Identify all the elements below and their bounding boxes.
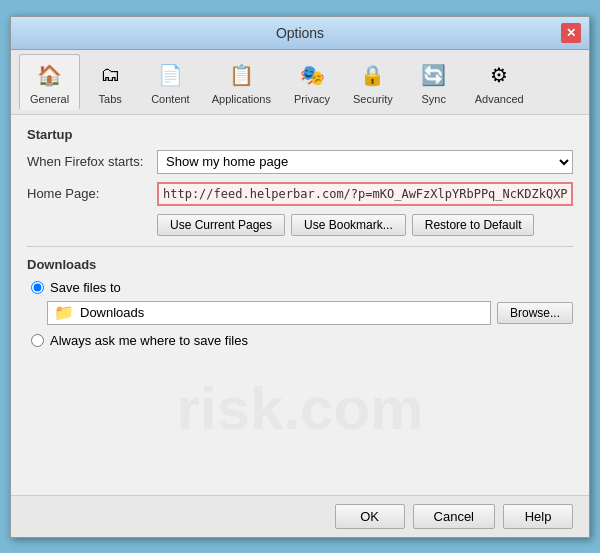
applications-icon: 📋 xyxy=(225,59,257,91)
footer: OK Cancel Help xyxy=(11,495,589,537)
advanced-icon: ⚙ xyxy=(483,59,515,91)
content-icon: 📄 xyxy=(154,59,186,91)
when-starts-label: When Firefox starts: xyxy=(27,154,157,169)
tab-general[interactable]: 🏠 General xyxy=(19,54,80,110)
tab-applications-label: Applications xyxy=(212,93,271,105)
download-path-row: 📁 Downloads Browse... xyxy=(47,301,573,325)
watermark-area: risk.com xyxy=(27,354,573,474)
download-path-text: Downloads xyxy=(80,305,144,320)
ok-button[interactable]: OK xyxy=(335,504,405,529)
use-bookmark-button[interactable]: Use Bookmark... xyxy=(291,214,406,236)
tab-sync[interactable]: 🔄 Sync xyxy=(404,54,464,110)
content-area: Startup When Firefox starts: Show my hom… xyxy=(11,115,589,495)
options-window: Options ✕ 🏠 General 🗂 Tabs 📄 Content 📋 A… xyxy=(10,16,590,538)
tabs-toolbar: 🏠 General 🗂 Tabs 📄 Content 📋 Application… xyxy=(11,50,589,115)
tab-advanced[interactable]: ⚙ Advanced xyxy=(464,54,535,110)
tab-sync-label: Sync xyxy=(422,93,446,105)
startup-section-title: Startup xyxy=(27,127,573,142)
save-files-label: Save files to xyxy=(50,280,121,295)
tab-applications[interactable]: 📋 Applications xyxy=(201,54,282,110)
homepage-buttons: Use Current Pages Use Bookmark... Restor… xyxy=(157,214,573,236)
watermark-text: risk.com xyxy=(177,374,424,443)
save-files-row: Save files to xyxy=(31,280,573,295)
close-button[interactable]: ✕ xyxy=(561,23,581,43)
cancel-button[interactable]: Cancel xyxy=(413,504,495,529)
general-icon: 🏠 xyxy=(34,59,66,91)
tab-security-label: Security xyxy=(353,93,393,105)
tab-tabs-label: Tabs xyxy=(99,93,122,105)
browse-button[interactable]: Browse... xyxy=(497,302,573,324)
home-page-input[interactable] xyxy=(157,182,573,206)
tab-content[interactable]: 📄 Content xyxy=(140,54,201,110)
save-files-radio[interactable] xyxy=(31,281,44,294)
tabs-icon: 🗂 xyxy=(94,59,126,91)
tab-content-label: Content xyxy=(151,93,190,105)
tab-tabs[interactable]: 🗂 Tabs xyxy=(80,54,140,110)
restore-default-button[interactable]: Restore to Default xyxy=(412,214,535,236)
startup-select[interactable]: Show my home page xyxy=(157,150,573,174)
title-bar: Options ✕ xyxy=(11,17,589,50)
download-path-display: 📁 Downloads xyxy=(47,301,491,325)
help-button[interactable]: Help xyxy=(503,504,573,529)
homepage-row: Home Page: xyxy=(27,182,573,206)
sync-icon: 🔄 xyxy=(418,59,450,91)
window-title: Options xyxy=(39,25,561,41)
privacy-icon: 🎭 xyxy=(296,59,328,91)
tab-security[interactable]: 🔒 Security xyxy=(342,54,404,110)
downloads-section-title: Downloads xyxy=(27,257,573,272)
tab-advanced-label: Advanced xyxy=(475,93,524,105)
security-icon: 🔒 xyxy=(357,59,389,91)
section-divider xyxy=(27,246,573,247)
always-ask-row: Always ask me where to save files xyxy=(31,333,573,348)
tab-privacy[interactable]: 🎭 Privacy xyxy=(282,54,342,110)
always-ask-label: Always ask me where to save files xyxy=(50,333,248,348)
use-current-pages-button[interactable]: Use Current Pages xyxy=(157,214,285,236)
always-ask-radio[interactable] xyxy=(31,334,44,347)
startup-row: When Firefox starts: Show my home page xyxy=(27,150,573,174)
home-page-label: Home Page: xyxy=(27,186,157,201)
tab-privacy-label: Privacy xyxy=(294,93,330,105)
tab-general-label: General xyxy=(30,93,69,105)
folder-icon: 📁 xyxy=(54,303,74,322)
